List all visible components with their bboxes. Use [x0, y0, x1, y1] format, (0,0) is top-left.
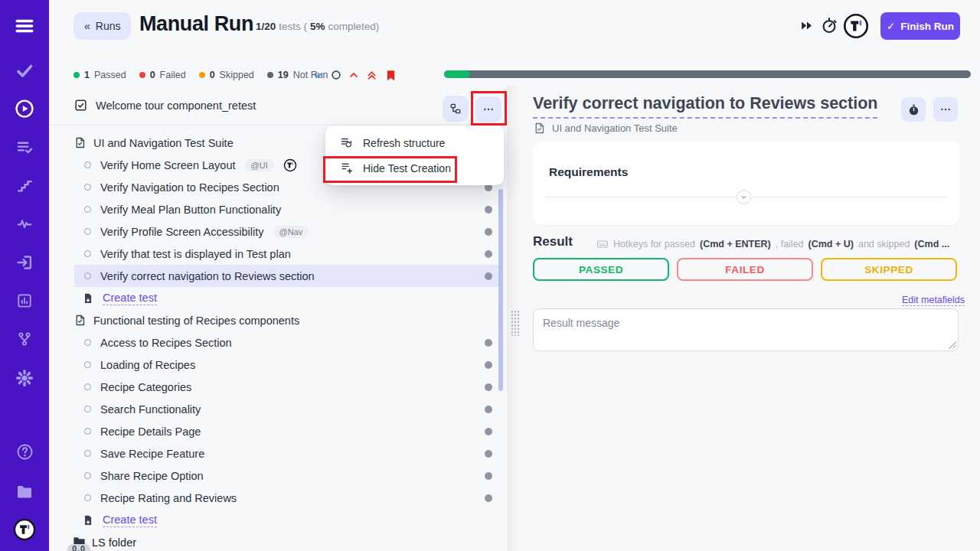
test-name: Loading of Recipes [100, 359, 195, 371]
create-test-link[interactable]: Create test [103, 514, 157, 527]
test-bullet-icon [84, 339, 91, 346]
menu-item-label: Refresh structure [363, 137, 445, 149]
requirements-card: Requirements [533, 142, 959, 225]
test-name: Access to Recipes Section [100, 337, 232, 349]
sidebar-item-help[interactable] [0, 436, 49, 467]
test-bullet-icon [84, 472, 91, 479]
tree-test-row[interactable]: Loading of Recipes [49, 354, 518, 376]
test-bullet-icon [84, 428, 91, 435]
priority-blocker-icon[interactable] [384, 69, 397, 82]
sidebar-item-logo[interactable] [0, 514, 49, 545]
back-to-runs-label: Runs [96, 20, 121, 32]
hotkey-segment: (Cmd + ENTER) [700, 239, 771, 249]
stat-failed: 0Failed [139, 70, 186, 80]
doc-check-icon [74, 314, 87, 327]
run-title-row: Welcome tour component_retest [74, 98, 256, 112]
result-message-input[interactable] [533, 308, 959, 351]
tree-test-row[interactable]: Share Recipe Option [49, 465, 518, 487]
test-tag-badge: @UI [245, 159, 274, 171]
tree-test-row[interactable]: Verify Meal Plan Button Functionality [49, 198, 518, 220]
refresh-structure-icon [340, 136, 353, 149]
list-check-icon [16, 139, 34, 156]
result-failed-button[interactable]: FAILED [677, 258, 813, 281]
sidebar-item-runs[interactable] [0, 93, 49, 124]
tree-test-row[interactable]: Verify correct navigation to Reviews sec… [49, 265, 518, 287]
fast-forward-icon[interactable] [799, 18, 814, 33]
sidebar-item-test-plans[interactable] [0, 132, 49, 162]
tree-test-row[interactable]: Verify Profile Screen Accessibility@Nav [49, 220, 518, 243]
test-suite-breadcrumb[interactable]: UI and Navigation Test Suite [533, 122, 678, 135]
clipboard-check-icon [74, 98, 88, 112]
ellipsis-icon [939, 103, 952, 116]
edit-metafields-link[interactable]: Edit metafields [902, 295, 965, 306]
tree-context-menu: Refresh structureHide Test Creation [325, 126, 504, 185]
result-passed-button[interactable]: PASSED [533, 258, 669, 281]
tree-test-row[interactable]: Recipe Details Page [49, 420, 518, 442]
stopwatch-icon[interactable] [820, 16, 838, 34]
priority-high-icon[interactable] [348, 70, 359, 80]
hotkey-segment: (Cmd + U) [808, 239, 854, 249]
partial-badge: 0.0 [67, 544, 90, 551]
test-bullet-icon [84, 450, 91, 457]
test-status-dot [485, 428, 492, 435]
tree-more-button[interactable] [475, 96, 501, 122]
sidebar-item-menu[interactable] [0, 11, 49, 41]
priority-highest-icon[interactable] [366, 70, 377, 81]
finish-run-button[interactable]: ✓ Finish Run [880, 12, 960, 40]
tree-create-test-row[interactable]: Create test [49, 287, 518, 309]
test-name: Recipe Categories [100, 381, 191, 393]
stat-label: Skipped [220, 70, 254, 80]
tree-test-row[interactable]: Access to Recipes Section [49, 331, 518, 354]
test-status-dot [485, 383, 492, 391]
menu-item-hide-test-creation[interactable]: Hide Test Creation [325, 155, 504, 181]
stat-skipped: 0Skipped [199, 70, 254, 80]
test-status-dot [485, 339, 492, 347]
priority-low-icon[interactable] [312, 70, 324, 81]
sidebar-item-tests[interactable] [0, 55, 49, 86]
tree-scrollbar[interactable] [498, 189, 503, 391]
menu-item-refresh-structure[interactable]: Refresh structure [325, 130, 504, 155]
sidebar-item-projects[interactable] [0, 477, 49, 507]
panel-resize-handle[interactable] [507, 86, 522, 551]
tree-suite-row[interactable]: Functional testing of Recipes components [49, 309, 518, 331]
tree-test-row[interactable]: Save Recipe Feature [49, 442, 518, 465]
tree-test-row[interactable]: Recipe Categories [49, 376, 518, 398]
file-plus-icon [82, 292, 94, 305]
sidebar-item-steps[interactable] [0, 170, 49, 201]
tree-test-row[interactable]: Verify that test is displayed in Test pl… [49, 243, 518, 265]
sidebar-item-branches[interactable] [0, 324, 49, 354]
requirements-expand-toggle[interactable] [737, 190, 751, 204]
test-timer-button[interactable] [901, 97, 926, 122]
test-title[interactable]: Verify correct navigation to Reviews sec… [533, 94, 877, 119]
toggle-structure-button[interactable] [443, 96, 469, 122]
test-name: Recipe Rating and Reviews [100, 492, 237, 504]
suite-name: Functional testing of Recipes components [93, 315, 299, 327]
sidebar-item-settings[interactable] [0, 363, 49, 393]
status-color-dot [267, 72, 273, 78]
stat-label: Passed [94, 70, 126, 80]
tree-folder-row[interactable]: LS folder [49, 531, 518, 551]
create-test-link[interactable]: Create test [103, 292, 157, 305]
test-status-dot [485, 272, 492, 280]
test-bullet-icon [84, 494, 91, 501]
sidebar-item-import[interactable] [0, 247, 49, 278]
tree-create-test-row[interactable]: Create test [49, 509, 518, 531]
sidebar-item-pulse[interactable] [0, 208, 49, 239]
app-window: « Runs Manual Run 1/20 tests ( 5% comple… [0, 0, 980, 551]
gear-icon [15, 369, 34, 387]
test-bullet-icon [84, 383, 91, 390]
sidebar-item-reports[interactable] [0, 285, 49, 316]
add-test-icon [340, 161, 353, 174]
back-to-runs-button[interactable]: « Runs [74, 12, 131, 40]
app-logo-icon[interactable] [843, 13, 869, 39]
tree-header: Welcome tour component_retest [49, 86, 518, 126]
priority-normal-icon[interactable] [331, 70, 341, 80]
tests-count: 1/20 [256, 21, 276, 32]
status-color-dot [139, 72, 145, 78]
pulse-icon [16, 215, 33, 232]
tree-test-row[interactable]: Recipe Rating and Reviews [49, 487, 518, 509]
resize-handle-icon[interactable] [949, 341, 956, 349]
tree-test-row[interactable]: Search Functionality [49, 398, 518, 420]
test-more-button[interactable] [933, 97, 958, 122]
result-skipped-button[interactable]: SKIPPED [821, 258, 957, 281]
